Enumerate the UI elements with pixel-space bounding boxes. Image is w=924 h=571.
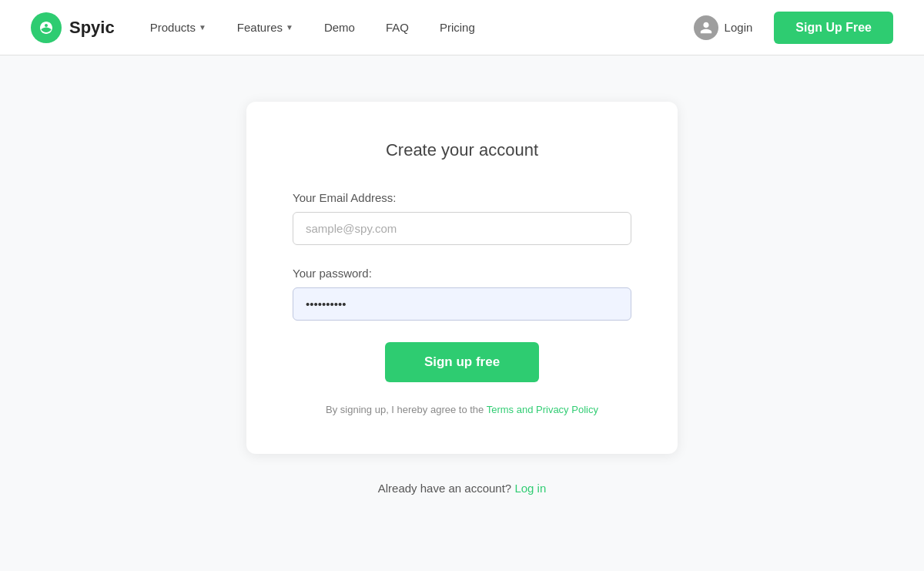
terms-text: By signing up, I hereby agree to the Ter… <box>293 404 631 415</box>
nav-features[interactable]: Features ▼ <box>225 15 306 40</box>
nav-right: Login Sign Up Free <box>681 9 893 46</box>
logo-icon <box>31 12 62 43</box>
email-label: Your Email Address: <box>293 191 631 204</box>
terms-link[interactable]: Terms and Privacy Policy <box>487 404 598 415</box>
logo[interactable]: Spyic <box>31 12 115 43</box>
login-link[interactable]: Log in <box>514 482 546 495</box>
user-avatar-icon <box>694 15 718 40</box>
logo-text: Spyic <box>69 18 115 38</box>
nav-pricing[interactable]: Pricing <box>427 15 487 40</box>
nav-products[interactable]: Products ▼ <box>138 15 219 40</box>
signup-nav-button[interactable]: Sign Up Free <box>774 12 893 44</box>
chevron-down-icon: ▼ <box>286 23 293 32</box>
email-input[interactable] <box>293 212 631 245</box>
already-account-text: Already have an account? Log in <box>378 482 547 495</box>
signup-submit-button[interactable]: Sign up free <box>385 342 539 382</box>
email-group: Your Email Address: <box>293 191 631 245</box>
password-label: Your password: <box>293 267 631 280</box>
nav-faq[interactable]: FAQ <box>373 15 421 40</box>
login-button[interactable]: Login <box>681 9 765 46</box>
form-title: Create your account <box>293 140 631 160</box>
nav-demo[interactable]: Demo <box>312 15 367 40</box>
password-input[interactable] <box>293 287 631 321</box>
signup-card: Create your account Your Email Address: … <box>246 102 678 454</box>
chevron-down-icon: ▼ <box>199 23 206 32</box>
password-group: Your password: <box>293 267 631 321</box>
nav-items: Products ▼ Features ▼ Demo FAQ Pricing <box>138 15 681 40</box>
